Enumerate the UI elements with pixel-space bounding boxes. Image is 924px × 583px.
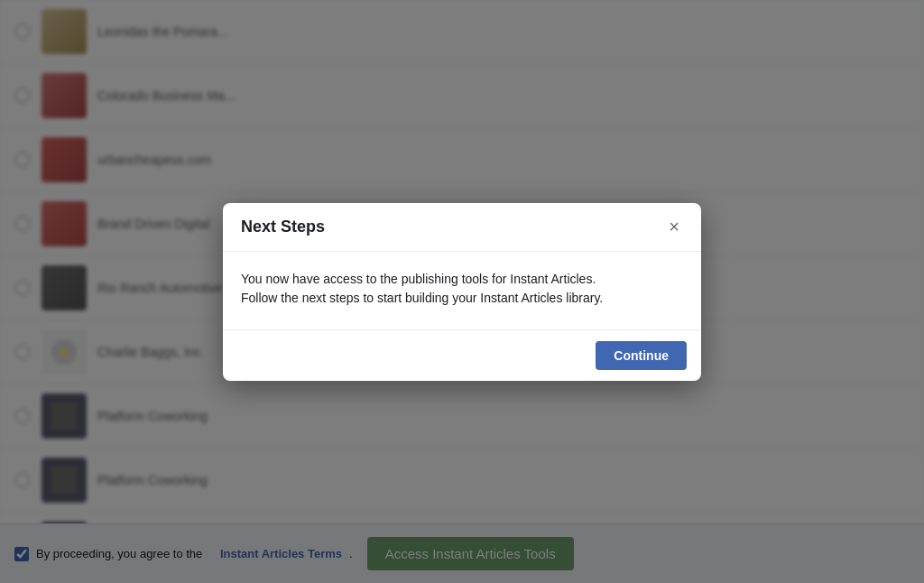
modal-close-button[interactable]: ×: [665, 217, 683, 236]
modal-title: Next Steps: [241, 217, 325, 236]
modal-body: You now have access to the publishing to…: [223, 252, 701, 330]
modal-body-text: You now have access to the publishing to…: [241, 270, 683, 308]
modal-footer: Continue: [223, 330, 701, 381]
next-steps-modal: Next Steps × You now have access to the …: [223, 203, 701, 381]
continue-button[interactable]: Continue: [596, 341, 687, 370]
modal-header: Next Steps ×: [223, 203, 701, 252]
modal-overlay: Next Steps × You now have access to the …: [0, 0, 924, 583]
